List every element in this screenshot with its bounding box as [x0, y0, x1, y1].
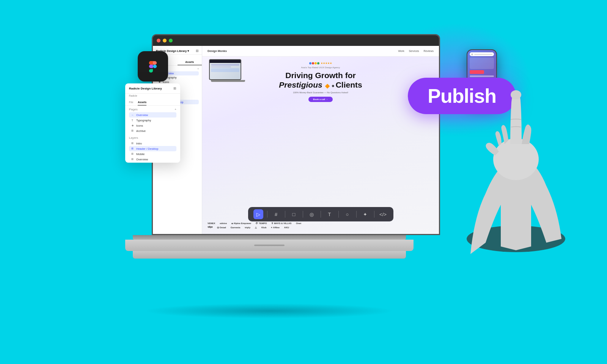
layer-header-label: Header / Desktop — [136, 147, 158, 151]
hero-icons: 🔶 ✦ — [325, 84, 336, 88]
layer-mobile-label: Mobile — [136, 152, 145, 156]
page-typography-label: Typography — [136, 119, 151, 122]
laptop-body — [125, 235, 414, 307]
toolbar-divider-5 — [338, 211, 339, 218]
toolbar-divider-1 — [267, 211, 267, 218]
layer-intro-label: Intro — [136, 142, 142, 145]
page-overview-icon: → — [131, 114, 134, 116]
layer-intro[interactable]: ⊞ Intro — [129, 141, 176, 146]
layer-header-icon: ⊞ — [131, 147, 134, 150]
brands-row-2: যান্ত্রিক ◎ Ostad Garnesia triply △ Klub… — [208, 226, 434, 229]
page-icons-icon: ◈ — [131, 124, 134, 127]
laptop-base — [125, 240, 414, 251]
tool-frame[interactable]: # — [271, 209, 281, 219]
layer-mobile[interactable]: ⊞ Mobile — [129, 151, 176, 157]
fullscreen-dot — [169, 39, 173, 42]
tool-ellipse[interactable]: ○ — [343, 209, 352, 219]
toolbar-divider-3 — [303, 211, 303, 218]
hero-subtitle: 100% Money-Back Guarantee — No Questions… — [210, 91, 431, 94]
page-archive[interactable]: ⊞ Archive — [129, 128, 176, 133]
toolbar-divider-6 — [356, 211, 357, 218]
figma-toolbar: ▷ # □ ◎ T ○ ✦ </> — [202, 206, 439, 223]
layer-intro-icon: ⊞ — [131, 142, 134, 145]
minimize-dot — [163, 39, 167, 42]
figma-ui: Radicle Design Library ▾ ⊞ Radicle File … — [153, 35, 439, 234]
toolbar-divider-7 — [374, 211, 374, 218]
sidebar-add-page[interactable]: + — [197, 67, 199, 70]
tool-text[interactable]: T — [325, 209, 335, 219]
laptop-hinge — [133, 235, 406, 240]
brand-triply: triply — [245, 226, 250, 229]
website-nav: Design Monks Work Services Reviews — [202, 46, 439, 56]
nav-services: Services — [409, 50, 419, 52]
layer-overview-label: Overview — [136, 158, 148, 161]
hero-title-line3: Clients — [336, 80, 362, 89]
page-archive-label: Archive — [136, 129, 146, 133]
website-brand: Design Monks — [208, 49, 227, 53]
phone-nav-bar-content — [474, 54, 492, 55]
brand-yantrik: যান্ত্রিক — [208, 226, 212, 229]
tool-ai[interactable]: ✦ — [360, 209, 370, 219]
page-archive-icon: ⊞ — [131, 129, 134, 132]
laptop-mockup: Radicle Design Library ▾ ⊞ Radicle File … — [125, 34, 467, 307]
hero-title-line1: Driving Growth for — [285, 71, 356, 80]
layers-label: Layers — [129, 136, 138, 140]
panel-tabs: File Assets — [125, 99, 180, 106]
phone-nav-dot — [471, 53, 473, 55]
sidebar-expand-icon[interactable]: ⊞ — [196, 49, 199, 53]
tool-rectangle[interactable]: □ — [289, 209, 299, 219]
pages-section: Pages + → Overview T Typography ◈ Icons … — [125, 106, 180, 134]
rating-stars: ★★★★★ — [321, 62, 332, 65]
toolbar-divider-4 — [321, 211, 321, 218]
laptop-notch — [254, 245, 285, 246]
figma-app-icon — [138, 51, 168, 82]
page-icons-label: Icons — [136, 124, 143, 127]
page-typography-icon: T — [131, 119, 134, 122]
website-laptop-image — [209, 59, 247, 86]
layer-header-desktop[interactable]: ⊞ Header / Desktop — [129, 146, 176, 151]
tab-file[interactable]: File — [129, 99, 133, 105]
nav-reviews: Reviews — [424, 50, 434, 52]
tool-select[interactable]: ▷ — [253, 209, 263, 219]
pages-label: Pages — [129, 108, 138, 111]
brand-garnesia: Garnesia — [231, 226, 241, 229]
hero-cta[interactable]: Book a call → — [308, 97, 332, 102]
laptop-keyboard-base — [133, 251, 406, 259]
tab-assets[interactable]: Assets — [138, 99, 146, 105]
figma-layers-panel: Radicle Design Library ⊞ Radicle File As… — [125, 83, 180, 163]
hero-title-line2: Prestigious — [279, 80, 322, 89]
page-overview[interactable]: → Overview — [129, 112, 176, 118]
tool-code[interactable]: </> — [378, 209, 388, 219]
laptop-shadow — [144, 303, 395, 318]
brand-triangle: △ — [255, 226, 257, 229]
brand-ostad: ◎ Ostad — [217, 226, 226, 229]
layers-section: Layers ⊞ Intro ⊞ Header / Desktop ⊞ Mobi… — [125, 134, 180, 163]
tool-pen[interactable]: ◎ — [307, 209, 317, 219]
brands-section: VENEX edvive Alpine Empower ⏱ TEMPO ⬆ WA… — [202, 222, 439, 230]
nav-work: Work — [398, 50, 404, 52]
toolbar-container: ▷ # □ ◎ T ○ ✦ </> — [248, 207, 393, 221]
brand-aku: AKU — [284, 226, 289, 229]
layer-overview-icon: ⊞ — [131, 158, 134, 161]
toolbar-divider-2 — [285, 211, 285, 218]
website-nav-links: Work Services Reviews — [398, 50, 434, 52]
close-dot — [157, 39, 160, 42]
panel-subtitle: Radicle — [125, 94, 180, 99]
brand-affine: ⋄ Affine — [271, 226, 279, 229]
svg-point-2 — [511, 90, 521, 99]
add-page-icon[interactable]: + — [175, 108, 176, 111]
page-typography[interactable]: T Typography — [129, 118, 176, 123]
phone-nav — [470, 52, 494, 56]
page-overview-label: Overview — [136, 113, 148, 117]
brand-klub: Klub — [261, 226, 266, 229]
layer-overview[interactable]: ⊞ Overview — [129, 157, 176, 162]
panel-title: Radicle Design Library — [129, 87, 162, 90]
laptop-screen: Radicle Design Library ▾ ⊞ Radicle File … — [152, 34, 440, 235]
panel-menu-icon[interactable]: ⊞ — [173, 86, 176, 90]
hand-pointing — [440, 57, 584, 254]
layer-mobile-icon: ⊞ — [131, 152, 134, 155]
page-icons[interactable]: ◈ Icons — [129, 123, 176, 128]
figma-topbar — [153, 35, 439, 46]
sidebar-tab-assets[interactable]: Assets — [178, 59, 202, 65]
